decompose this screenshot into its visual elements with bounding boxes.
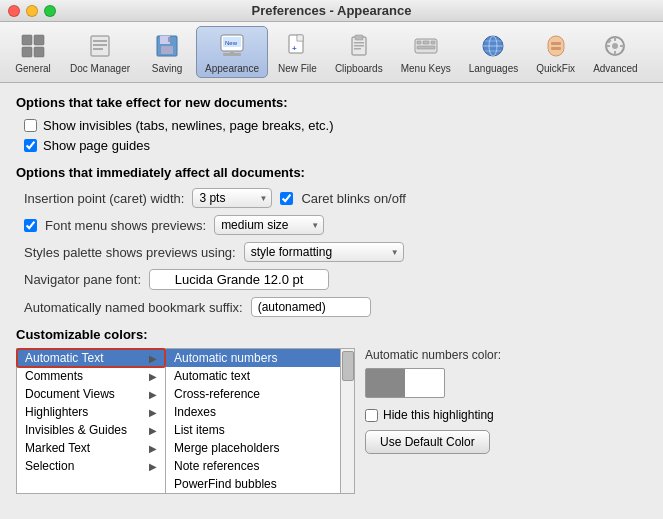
- section2-title: Options that immediately affect all docu…: [16, 165, 647, 180]
- bookmark-suffix-row: Automatically named bookmark suffix:: [24, 297, 647, 317]
- svg-text:+: +: [292, 44, 297, 53]
- arrow-right-icon: ▶: [149, 461, 157, 472]
- svg-rect-0: [22, 35, 32, 45]
- list-item-selection[interactable]: Selection ▶: [17, 457, 165, 475]
- show-invisibles-label: Show invisibles (tabs, newlines, page br…: [43, 118, 333, 133]
- right-item-automatic-numbers[interactable]: Automatic numbers: [166, 349, 340, 367]
- minimize-button[interactable]: [26, 5, 38, 17]
- toolbar-item-languages[interactable]: Languages: [461, 27, 527, 77]
- list-item-highlighters[interactable]: Highlighters ▶: [17, 403, 165, 421]
- svg-rect-26: [417, 41, 421, 44]
- colors-section: Customizable colors: Automatic Text ▶ Co…: [16, 327, 647, 494]
- arrow-right-icon: ▶: [149, 371, 157, 382]
- toolbar-label-appearance: Appearance: [205, 63, 259, 74]
- svg-rect-10: [161, 46, 173, 54]
- svg-rect-5: [93, 40, 107, 42]
- styles-palette-label: Styles palette shows previews using:: [24, 245, 236, 260]
- close-button[interactable]: [8, 5, 20, 17]
- toolbar-item-appearance[interactable]: New Appearance: [196, 26, 268, 78]
- toolbar-item-advanced[interactable]: Advanced: [585, 27, 645, 77]
- svg-rect-40: [614, 37, 616, 41]
- use-default-color-button[interactable]: Use Default Color: [365, 430, 490, 454]
- list-item-invisibles-guides[interactable]: Invisibles & Guides ▶: [17, 421, 165, 439]
- styles-palette-select-wrap: style formatting: [244, 242, 404, 262]
- arrow-right-icon: ▶: [149, 389, 157, 400]
- color-panel-title: Automatic numbers color:: [365, 348, 501, 362]
- languages-icon: [477, 30, 509, 62]
- list-item-document-views[interactable]: Document Views ▶: [17, 385, 165, 403]
- show-guides-label: Show page guides: [43, 138, 150, 153]
- toolbar-item-menu-keys[interactable]: Menu Keys: [393, 27, 459, 77]
- arrow-right-icon: ▶: [149, 353, 157, 364]
- svg-rect-14: [223, 53, 241, 56]
- right-item-indexes[interactable]: Indexes: [166, 403, 340, 421]
- svg-rect-23: [354, 45, 364, 47]
- right-item-cross-reference[interactable]: Cross-reference: [166, 385, 340, 403]
- right-item-powerfind-bubbles[interactable]: PowerFind bubbles: [166, 475, 340, 493]
- bookmark-suffix-label: Automatically named bookmark suffix:: [24, 300, 243, 315]
- bookmark-suffix-input[interactable]: [251, 297, 371, 317]
- caret-width-row: Insertion point (caret) width: 3 pts Car…: [24, 188, 647, 208]
- preferences-content: Options that take effect for new documen…: [0, 83, 663, 506]
- svg-rect-27: [423, 41, 429, 44]
- color-swatch[interactable]: [365, 368, 445, 398]
- caret-width-select[interactable]: 3 pts: [192, 188, 272, 208]
- caret-blinks-checkbox[interactable]: [280, 192, 293, 205]
- navigator-font-input[interactable]: [149, 269, 329, 290]
- svg-rect-3: [34, 47, 44, 57]
- svg-rect-2: [22, 47, 32, 57]
- toolbar-item-new-file[interactable]: + New File: [270, 27, 325, 77]
- checkbox-show-guides: Show page guides: [24, 138, 647, 153]
- advanced-icon: [599, 30, 631, 62]
- styles-palette-row: Styles palette shows previews using: sty…: [24, 242, 647, 262]
- svg-rect-6: [93, 44, 107, 46]
- font-menu-select[interactable]: medium size: [214, 215, 324, 235]
- right-item-list-items[interactable]: List items: [166, 421, 340, 439]
- font-menu-checkbox[interactable]: [24, 219, 37, 232]
- toolbar-item-clipboards[interactable]: Clipboards: [327, 27, 391, 77]
- toolbar-item-saving[interactable]: Saving: [140, 27, 194, 77]
- right-item-merge-placeholders[interactable]: Merge placeholders: [166, 439, 340, 457]
- window-title: Preferences - Appearance: [252, 3, 412, 18]
- font-menu-row: Font menu shows previews: medium size: [24, 215, 647, 235]
- svg-rect-41: [614, 51, 616, 55]
- svg-rect-22: [354, 42, 364, 44]
- svg-rect-24: [354, 48, 361, 50]
- caret-width-label: Insertion point (caret) width:: [24, 191, 184, 206]
- show-guides-checkbox[interactable]: [24, 139, 37, 152]
- arrow-right-icon: ▶: [149, 443, 157, 454]
- quickfix-icon: [540, 30, 572, 62]
- section2: Options that immediately affect all docu…: [16, 165, 647, 317]
- svg-rect-43: [620, 45, 624, 47]
- colors-container: Automatic Text ▶ Comments ▶ Document Vie…: [16, 348, 647, 494]
- toolbar-item-doc-manager[interactable]: Doc Manager: [62, 27, 138, 77]
- list-item-comments[interactable]: Comments ▶: [17, 367, 165, 385]
- toolbar-label-quickfix: QuickFix: [536, 63, 575, 74]
- right-item-automatic-text[interactable]: Automatic text: [166, 367, 340, 385]
- svg-rect-15: [230, 51, 234, 53]
- checkbox-show-invisibles: Show invisibles (tabs, newlines, page br…: [24, 118, 647, 133]
- hide-highlighting-label: Hide this highlighting: [383, 408, 494, 422]
- maximize-button[interactable]: [44, 5, 56, 17]
- svg-rect-18: [297, 35, 303, 41]
- show-invisibles-checkbox[interactable]: [24, 119, 37, 132]
- colors-scrollbar[interactable]: [341, 348, 355, 494]
- menu-keys-icon: [410, 30, 442, 62]
- toolbar-item-general[interactable]: General: [6, 27, 60, 77]
- styles-palette-select[interactable]: style formatting: [244, 242, 404, 262]
- toolbar-label-new-file: New File: [278, 63, 317, 74]
- caret-blinks-label: Caret blinks on/off: [301, 191, 406, 206]
- svg-rect-42: [606, 45, 610, 47]
- right-item-note-references[interactable]: Note references: [166, 457, 340, 475]
- svg-rect-29: [417, 46, 435, 49]
- hide-highlight-row: Hide this highlighting: [365, 408, 494, 422]
- list-item-marked-text[interactable]: Marked Text ▶: [17, 439, 165, 457]
- svg-rect-37: [551, 47, 561, 50]
- list-item-automatic-text[interactable]: Automatic Text ▶: [17, 349, 165, 367]
- hide-highlighting-checkbox[interactable]: [365, 409, 378, 422]
- new-file-icon: +: [281, 30, 313, 62]
- toolbar-item-quickfix[interactable]: QuickFix: [528, 27, 583, 77]
- clipboards-icon: [343, 30, 375, 62]
- svg-rect-35: [548, 36, 564, 56]
- color-panel: Automatic numbers color: Hide this highl…: [365, 348, 501, 494]
